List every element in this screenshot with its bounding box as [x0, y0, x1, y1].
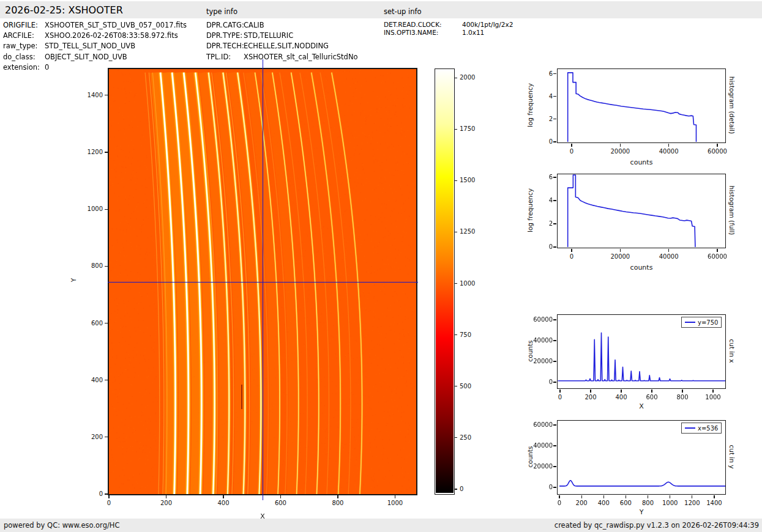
meta-label: ORIGFILE:: [3, 21, 38, 29]
tick-mark: [553, 340, 556, 341]
hist-full-xlabel: counts: [630, 264, 653, 272]
tick-mark: [105, 209, 108, 210]
colorbar-canvas: [436, 69, 454, 493]
hist-full-side-label: histogram (full): [728, 161, 736, 259]
colorbar-tick: 1000: [460, 280, 475, 287]
cut-y-legend-label: x=536: [698, 425, 718, 432]
tick-mark: [553, 119, 556, 119]
cut_y-y-tick: 0: [532, 484, 553, 490]
tick-mark: [559, 390, 560, 393]
meta-label: INS.OPTI3.NAME:: [384, 29, 438, 36]
footer-powered-by: powered by QC: www.eso.org/HC: [4, 521, 119, 530]
cut_y-x-tick: 200: [576, 500, 588, 506]
cut-y-xlabel: Y: [640, 508, 644, 516]
cut-x-legend-label: y=750: [698, 319, 718, 326]
cut_x-x-tick: 200: [585, 394, 596, 401]
hist-detail-side-label: histogram (detail): [728, 56, 736, 154]
cut-x-legend: y=750: [681, 317, 722, 328]
type-info-heading: type info: [206, 7, 237, 16]
tick-mark: [166, 495, 166, 498]
crosshair-vertical-line: [263, 59, 263, 500]
tick-mark: [454, 78, 457, 78]
colorbar-tick: 750: [460, 331, 471, 338]
tick-mark: [553, 96, 556, 97]
tick-mark: [108, 495, 109, 498]
cut-x-xlabel: X: [639, 402, 644, 410]
meta-value: XSHOO.2026-02-26T08:33:58.972.fits: [45, 31, 178, 40]
tick-mark: [105, 380, 108, 380]
footer-created-by: created by qc_rawdisp.py v1.2.3 on 2026-…: [555, 521, 759, 530]
cut-x-side-label: cut in x: [728, 302, 736, 400]
cut_x-y-tick: 20000: [532, 358, 553, 364]
tick-mark: [553, 487, 556, 487]
colorbar-tick: 2000: [460, 74, 475, 81]
main-y-tick: 0: [82, 490, 103, 497]
tick-mark: [590, 390, 591, 393]
tick-mark: [553, 319, 556, 320]
main-y-tick: 200: [82, 434, 103, 440]
tick-mark: [553, 466, 556, 467]
meta-value: STD_TELL_SLIT_NOD_UVB: [45, 42, 135, 50]
tick-mark: [553, 177, 556, 177]
main-y-tick: 600: [82, 320, 103, 327]
tick-mark: [553, 246, 556, 247]
tick-mark: [717, 249, 717, 252]
hist_full-y-tick: 4: [532, 197, 553, 204]
meta-value: STD,TELLURIC: [244, 31, 293, 40]
tick-mark: [337, 495, 338, 498]
tick-mark: [620, 144, 621, 147]
qc-report-page: 2026-02-25: XSHOOTER type info set-up in…: [0, 0, 762, 532]
hist_detail-y-tick: 6: [532, 70, 553, 77]
tick-mark: [620, 249, 621, 252]
cut_x-y-tick: 60000: [532, 316, 553, 323]
cut_x-x-tick: 0: [558, 394, 562, 401]
tick-mark: [105, 95, 108, 95]
hist_detail-y-tick: 2: [532, 116, 553, 122]
cut_x-x-tick: 1000: [705, 394, 720, 401]
tick-mark: [692, 495, 692, 498]
tick-mark: [651, 390, 652, 393]
hist_detail-y-tick: 4: [532, 93, 553, 100]
meta-value: XSHOOTER_SLT_STD_UVB_057_0017.fits: [45, 21, 187, 29]
hist-full-canvas: [558, 174, 725, 248]
tick-mark: [553, 73, 556, 74]
meta-label: DPR.TECH:: [206, 42, 244, 50]
tick-mark: [553, 200, 556, 201]
tick-mark: [454, 180, 457, 181]
meta-label: ARCFILE:: [3, 31, 34, 40]
tick-mark: [454, 386, 457, 386]
meta-value: CALIB: [244, 21, 264, 29]
hist_full-y-tick: 6: [532, 174, 553, 180]
meta-value: XSHOOTER_slt_cal_TelluricStdNo: [244, 53, 358, 61]
cut_x-x-tick: 600: [646, 394, 657, 401]
tick-mark: [454, 283, 457, 284]
cut_y-y-tick: 40000: [532, 442, 553, 449]
setup-info-heading: set-up info: [384, 7, 422, 16]
tick-mark: [571, 249, 572, 252]
tick-mark: [105, 323, 108, 323]
legend-line-sample: [685, 322, 695, 323]
tick-mark: [712, 390, 713, 393]
tick-mark: [670, 495, 670, 498]
tick-mark: [559, 495, 559, 498]
tick-mark: [621, 390, 621, 393]
meta-label: DPR.TYPE:: [206, 31, 242, 40]
hist-detail-xlabel: counts: [630, 158, 653, 166]
hist_full-x-tick: 20000: [610, 253, 630, 260]
tick-mark: [454, 334, 457, 335]
cut_y-x-tick: 1200: [684, 500, 700, 506]
main-x-tick: 0: [107, 500, 111, 506]
tick-mark: [223, 495, 223, 498]
cut_y-x-tick: 400: [598, 500, 610, 506]
tick-mark: [603, 495, 604, 498]
main-x-tick: 400: [217, 500, 229, 506]
colorbar-tick: 0: [460, 486, 463, 492]
cut_x-x-tick: 400: [615, 394, 627, 401]
hist_full-y-tick: 2: [532, 220, 553, 227]
cut_y-x-tick: 0: [558, 500, 561, 506]
tick-mark: [454, 129, 457, 130]
main-x-tick: 600: [275, 500, 286, 506]
hist_full-x-tick: 60000: [708, 253, 727, 260]
page-title: 2026-02-25: XSHOOTER: [5, 4, 123, 16]
colorbar-tick: 1250: [460, 228, 475, 235]
